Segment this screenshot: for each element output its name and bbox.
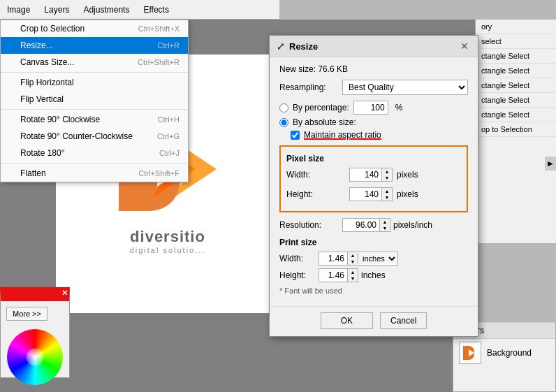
more-button[interactable]: More >>: [6, 307, 47, 321]
print-width-label: Width:: [279, 254, 319, 263]
print-unit-select-width[interactable]: inches: [358, 253, 397, 264]
pixel-height-down[interactable]: ▼: [382, 194, 392, 201]
shortcut-rotate90cw: Ctrl+H: [158, 115, 180, 124]
pixel-height-input[interactable]: [350, 188, 381, 201]
pixel-width-up[interactable]: ▲: [382, 168, 392, 175]
print-size-section: Print size Width: ▲ ▼ inches Height:: [279, 238, 468, 282]
menu-effects[interactable]: Effects: [136, 2, 175, 17]
pixel-width-row: Width: ▲ ▼ pixels: [286, 168, 461, 182]
resolution-up[interactable]: ▲: [380, 219, 390, 225]
maintain-aspect-row: Maintain aspect ratio: [291, 130, 468, 140]
dialog-body: New size: 76.6 KB Resampling: Best Quali…: [270, 57, 478, 306]
print-height-up[interactable]: ▲: [348, 269, 358, 275]
pixel-size-label: Pixel size: [286, 154, 461, 164]
resolution-row: Resolution: ▲ ▼ pixels/inch: [279, 218, 468, 232]
resolution-label: Resolution:: [279, 220, 342, 230]
dropdown-item-label: Rotate 180°: [20, 148, 65, 158]
print-height-spinners: ▲ ▼: [347, 269, 358, 282]
dropdown-item-label: Flip Vertical: [20, 94, 64, 104]
resize-icon: ⤢: [277, 41, 285, 52]
dropdown-flip-vertical[interactable]: Flip Vertical: [1, 91, 188, 108]
right-panel-rectangle-2[interactable]: ctangle Select: [476, 64, 556, 78]
dropdown-rotate-90cw[interactable]: Rotate 90° Clockwise Ctrl+H: [1, 111, 188, 128]
layers-background-row[interactable]: Background: [453, 339, 555, 367]
print-width-down[interactable]: ▼: [348, 259, 358, 265]
dropdown-item-label: Rotate 90° Counter-Clockwise: [20, 131, 133, 141]
right-panel-rectangle-3[interactable]: ctangle Select: [476, 78, 556, 93]
dialog-close-button[interactable]: ✕: [458, 40, 471, 52]
logo-company: diversitio: [130, 228, 205, 246]
dropdown-flatten[interactable]: Flatten Ctrl+Shift+F: [1, 165, 188, 182]
print-height-unit: inches: [361, 270, 386, 280]
layer-thumbnail: [459, 342, 481, 364]
dropdown-item-label: Resize...: [20, 41, 53, 50]
divider-1: [1, 72, 188, 73]
dropdown-item-label: Canvas Size...: [20, 57, 74, 67]
dropdown-item-label: Crop to Selection: [20, 24, 85, 34]
dropdown-flip-horizontal[interactable]: Flip Horizontal: [1, 74, 188, 91]
menu-adjustments[interactable]: Adjustments: [76, 2, 136, 17]
right-panel-rectangle-4[interactable]: ctangle Select: [476, 93, 556, 108]
dropdown-rotate-180[interactable]: Rotate 180° Ctrl+J: [1, 145, 188, 161]
shortcut-flatten: Ctrl+Shift+F: [138, 169, 180, 177]
dropdown-crop-to-selection[interactable]: Crop to Selection Ctrl+Shift+X: [1, 20, 188, 37]
resolution-input[interactable]: [343, 219, 379, 231]
dropdown-item-label: Rotate 90° Clockwise: [20, 115, 100, 124]
print-height-down[interactable]: ▼: [348, 275, 358, 282]
dropdown-resize[interactable]: Resize... Ctrl+R: [1, 37, 188, 54]
menu-layers[interactable]: Layers: [37, 2, 76, 17]
right-panel-crop[interactable]: op to Selection: [476, 122, 556, 137]
color-wheel-inner: [27, 349, 44, 366]
menu-image[interactable]: Image: [0, 2, 37, 17]
by-percentage-label: By percentage:: [293, 103, 349, 112]
by-percentage-row: By percentage: %: [279, 101, 468, 115]
print-height-input[interactable]: [319, 269, 347, 282]
panel-close-btn[interactable]: ✕: [61, 289, 68, 298]
print-height-input-wrap: ▲ ▼: [319, 268, 358, 282]
print-height-label: Height:: [279, 270, 319, 280]
dropdown-canvas-size[interactable]: Canvas Size... Ctrl+Shift+R: [1, 54, 188, 71]
print-width-spinners: ▲ ▼: [347, 252, 358, 265]
pixel-size-section: Pixel size Width: ▲ ▼ pixels Height:: [279, 145, 468, 212]
resolution-unit: pixels/inch: [393, 220, 432, 230]
color-wheel[interactable]: [7, 329, 63, 385]
shortcut-canvas: Ctrl+Shift+R: [138, 58, 180, 66]
pixel-height-input-wrap: ▲ ▼: [349, 187, 393, 201]
right-panel-select[interactable]: select: [476, 34, 556, 49]
by-percentage-radio[interactable]: [279, 103, 288, 112]
pixel-width-down[interactable]: ▼: [382, 175, 392, 181]
cancel-button[interactable]: Cancel: [380, 312, 427, 329]
divider-3: [1, 163, 188, 164]
logo-subtitle: digital solutio...: [130, 246, 206, 254]
pixel-unit-height: pixels: [397, 189, 418, 199]
print-width-input[interactable]: [319, 252, 347, 265]
pixel-width-label: Width:: [286, 170, 349, 180]
right-panel-rectangle-5[interactable]: ctangle Select: [476, 108, 556, 122]
dropdown-item-label: Flatten: [20, 168, 46, 178]
resolution-down[interactable]: ▼: [380, 225, 390, 231]
by-absolute-radio[interactable]: [279, 118, 288, 127]
maintain-aspect-label: Maintain aspect ratio: [304, 130, 381, 140]
dropdown-rotate-90ccw[interactable]: Rotate 90° Counter-Clockwise Ctrl+G: [1, 128, 188, 145]
right-panel-ory[interactable]: ory: [476, 20, 556, 34]
maintain-aspect-checkbox[interactable]: [291, 131, 300, 140]
pixel-width-spinners: ▲ ▼: [381, 168, 392, 181]
resolution-spinners: ▲ ▼: [379, 219, 390, 231]
divider-2: [1, 109, 188, 110]
percent-input[interactable]: [353, 101, 388, 115]
resampling-select[interactable]: Best Quality: [342, 80, 468, 95]
pixel-height-up[interactable]: ▲: [382, 188, 392, 194]
print-size-label: Print size: [279, 238, 468, 247]
shortcut-resize: Ctrl+R: [158, 41, 180, 50]
dialog-footer: OK Cancel: [270, 306, 478, 336]
right-panel-rectangle-1[interactable]: ctangle Select: [476, 49, 556, 64]
pixel-width-input[interactable]: [350, 168, 381, 181]
right-panel-scroll-btn[interactable]: ►: [545, 157, 556, 170]
by-absolute-row: By absolute size:: [279, 117, 468, 127]
ok-button[interactable]: OK: [321, 312, 373, 329]
resize-dialog: ⤢ Resize ✕ New size: 76.6 KB Resampling:…: [269, 35, 478, 337]
bottom-left-panel: ✕ More >>: [0, 287, 70, 378]
print-width-up[interactable]: ▲: [348, 252, 358, 259]
layer-background-label: Background: [487, 348, 532, 358]
dropdown-item-label: Flip Horizontal: [20, 78, 74, 87]
